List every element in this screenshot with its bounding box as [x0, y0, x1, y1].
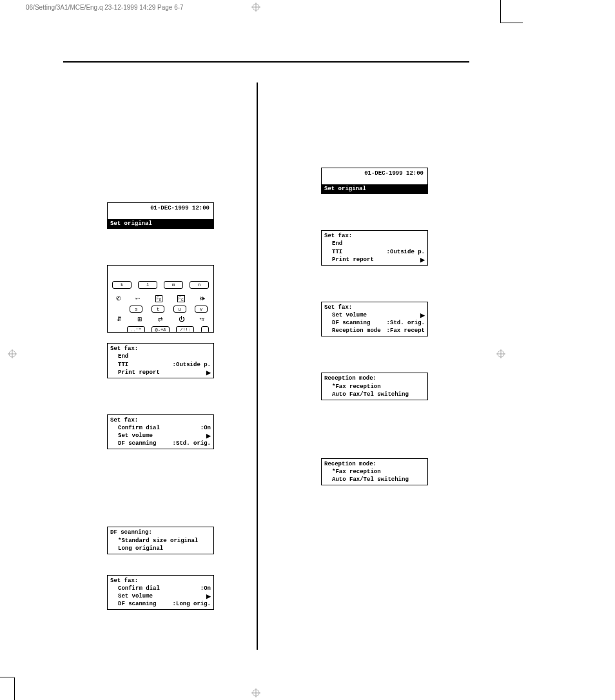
lcd-set-fax: Set fax: End TTI:Outside p. Print report…: [321, 230, 428, 266]
lcd-title: DF scanning:: [110, 529, 211, 536]
lcd-title: Set fax:: [110, 345, 211, 353]
fc-icon: FC: [177, 295, 185, 302]
crop-mark: [0, 677, 14, 677]
column-divider: [257, 83, 258, 650]
register-mark-icon: [8, 349, 17, 358]
lcd-value: :Outside p.: [173, 361, 211, 369]
key: k: [112, 281, 132, 289]
lcd-title: Set fax:: [110, 416, 211, 424]
register-mark-icon: [496, 349, 505, 358]
arrow-right-icon: ▶: [206, 432, 211, 440]
lcd-standby-display: 01-DEC-1999 12:00 Set original: [321, 168, 428, 194]
lcd-line: Set volume: [332, 311, 367, 319]
lcd-set-fax: Set fax: Set volume▶ DF scanning:Std. or…: [321, 302, 428, 337]
keypad-diagram: k l m n ✆ ⤺ FR FC 🕪 s t u v ⇵ ⊞ ⇄ ⏻ *#: [107, 265, 214, 333]
sound-icon: 🕪: [199, 295, 205, 302]
lcd-title: Reception mode:: [324, 460, 425, 468]
lcd-reception-mode: Reception mode: *Fax reception Auto Fax/…: [321, 373, 428, 400]
lcd-reception-mode: Reception mode: *Fax reception Auto Fax/…: [321, 458, 428, 485]
key: m: [164, 281, 183, 289]
key: t: [151, 306, 164, 313]
horizontal-rule: [63, 61, 469, 63]
lcd-line: Auto Fax/Tel switching: [332, 391, 409, 398]
crop-mark: [500, 0, 501, 23]
lcd-line: DF scanning: [118, 440, 156, 447]
lcd-value: :Fax recept: [387, 327, 425, 335]
arrow-right-icon: ▶: [206, 592, 211, 600]
lcd-set-fax: Set fax: Confirm dial:On Set volume▶ DF …: [107, 414, 214, 450]
lcd-title: Set fax:: [324, 232, 425, 240]
lcd-value: :On: [200, 585, 211, 592]
lcd-datetime: 01-DEC-1999 12:00: [110, 204, 211, 212]
lcd-line: Set volume: [118, 592, 153, 600]
lcd-line: Auto Fax/Tel switching: [332, 476, 409, 483]
register-mark-icon: [251, 688, 260, 697]
lcd-line: *Standard size original: [118, 537, 198, 545]
key: s: [130, 306, 142, 313]
lcd-line: Reception mode: [332, 327, 381, 335]
lcd-line: Long original: [118, 545, 163, 552]
lcd-status-bar: Set original: [322, 184, 427, 193]
lcd-line: Confirm dial: [118, 585, 160, 592]
print-header: 06/Setting/3A1/MCE/Eng.q 23-12-1999 14:2…: [26, 4, 184, 11]
back-icon: ⤺: [135, 295, 141, 302]
lcd-value: :Outside p.: [387, 248, 425, 256]
arrow-right-icon: ▶: [420, 256, 425, 264]
lcd-line: Set volume: [118, 432, 153, 440]
arrow-right-icon: ▶: [420, 311, 425, 319]
key: ..'": [127, 326, 145, 333]
lcd-set-fax: Set fax: End TTI:Outside p. Print report…: [107, 343, 214, 378]
key: [201, 326, 209, 333]
key: @-+&: [151, 326, 170, 333]
lcd-df-scanning: DF scanning: *Standard size original Lon…: [107, 527, 214, 554]
key: v: [195, 306, 208, 313]
lcd-value: :On: [200, 424, 211, 432]
grid-icon: ⊞: [137, 316, 142, 322]
lcd-line: *Fax reception: [332, 468, 381, 476]
lcd-title: Set fax:: [110, 577, 211, 585]
lcd-set-fax: Set fax: Confirm dial:On Set volume▶ DF …: [107, 575, 214, 610]
lcd-line: TTI: [118, 361, 128, 369]
lcd-line: *Fax reception: [332, 383, 381, 391]
arrows-icon: ⇵: [117, 316, 122, 322]
lcd-standby-display: 01-DEC-1999 12:00 Set original: [107, 202, 214, 229]
lcd-line: Confirm dial: [118, 424, 160, 432]
fr-icon: FR: [155, 295, 163, 302]
crop-mark: [14, 677, 15, 700]
register-mark-icon: [251, 3, 260, 12]
lcd-value: :Std. orig.: [173, 440, 211, 447]
lcd-title: Set fax:: [324, 304, 425, 311]
key: u: [173, 306, 186, 313]
lcd-line: Print report: [332, 256, 374, 264]
lcd-line: End: [118, 353, 128, 360]
lcd-status-bar: Set original: [108, 219, 213, 228]
phone-icon: ✆: [116, 295, 121, 302]
key: l: [138, 281, 157, 289]
lcd-line: Print report: [118, 369, 160, 376]
arrow-right-icon: ▶: [206, 369, 211, 376]
lcd-line: DF scanning: [332, 319, 370, 327]
lcd-line: End: [332, 240, 342, 248]
lcd-line: TTI: [332, 248, 342, 256]
lcd-value: :Long orig.: [173, 600, 211, 608]
key: /!!:: [176, 326, 194, 333]
star-hash-icon: *#: [199, 316, 204, 322]
lcd-line: DF scanning: [118, 600, 156, 608]
swap-icon: ⇄: [158, 316, 163, 322]
lcd-value: :Std. orig.: [387, 319, 425, 327]
key: n: [190, 281, 209, 289]
lcd-title: Reception mode:: [324, 374, 425, 382]
power-icon: ⏻: [179, 316, 184, 322]
crop-mark: [500, 23, 523, 23]
lcd-datetime: 01-DEC-1999 12:00: [324, 170, 425, 177]
